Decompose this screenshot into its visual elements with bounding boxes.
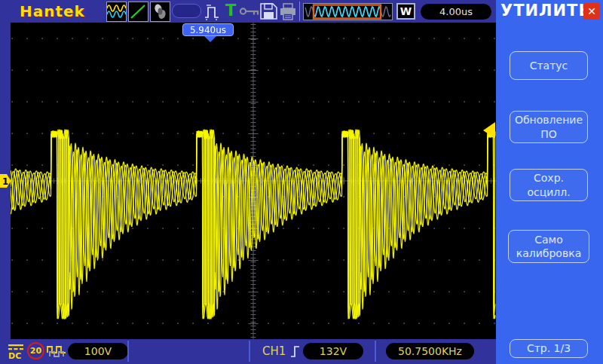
snapshot-icon[interactable] (150, 2, 170, 22)
empty-slot-indicator (172, 4, 201, 18)
timebase-pill: 4.00us (421, 4, 491, 20)
trigger-type-t-icon[interactable]: T (225, 2, 236, 20)
top-toolbar: Hantek T (0, 0, 496, 23)
menu-title: УТИЛИТЫ (500, 2, 595, 20)
close-icon: ✕ (587, 5, 596, 17)
floppy-glyph (259, 2, 278, 20)
button-self-calibration[interactable]: Само калибровка (508, 230, 589, 263)
channel1-marker-glyph: 1 (0, 173, 11, 188)
dc-coupling-glyph: DC (7, 342, 25, 361)
channel1-marker[interactable]: 1 (0, 173, 11, 191)
draw-line-icon[interactable] (128, 2, 148, 22)
channels-waveform-icon[interactable] (106, 2, 127, 22)
coupling-dc-icon: DC (7, 342, 25, 364)
key-lock-icon[interactable] (239, 5, 260, 21)
statusbar-separator (249, 341, 250, 362)
button-status[interactable]: Статус (510, 51, 588, 80)
draw-line-glyph (129, 2, 148, 21)
page-button[interactable]: Стр. 1/3 (510, 339, 588, 358)
rising-edge-glyph (289, 342, 302, 360)
pulse-icon[interactable] (203, 2, 222, 25)
trigger-level-marker[interactable] (482, 121, 496, 142)
channel-label: CH1 (262, 344, 286, 358)
trigger-position-label[interactable]: 5.940us (182, 23, 234, 36)
svg-text:1: 1 (2, 176, 8, 187)
bandwidth-limit-badge: 20 (27, 342, 44, 359)
trigger-position-pointer[interactable] (204, 36, 216, 42)
key-glyph (239, 5, 260, 18)
brand-logo: Hantek (20, 2, 85, 20)
printer-glyph (279, 3, 297, 20)
toolbar-separator (299, 2, 300, 21)
statusbar-separator (127, 341, 129, 362)
statusbar-separator (375, 341, 376, 362)
save-icon[interactable] (259, 2, 278, 23)
trigger-edge-icon (289, 342, 302, 363)
svg-text:DC: DC (8, 351, 21, 361)
utilities-menu: УТИЛИТЫ ✕ Статус Обновление ПО Сохр. осц… (496, 0, 603, 364)
button-save-waveform[interactable]: Сохр. осцилл. (510, 169, 588, 201)
preview-svg (303, 3, 393, 20)
window-mode-icon[interactable]: W (396, 3, 415, 20)
frequency-pill: 50.7500KHz (386, 343, 474, 359)
trigger-level-pill: 132V (303, 343, 363, 359)
horizontal-position-preview[interactable] (303, 3, 393, 23)
squarewave-glyph (47, 344, 68, 359)
trigger-level-glyph (482, 121, 496, 139)
oscilloscope-screen: Hantek T (0, 0, 603, 364)
print-icon[interactable] (279, 3, 297, 23)
channels-waveform-glyph (107, 2, 126, 21)
waveform-canvas (11, 23, 496, 339)
pulse-glyph (203, 2, 222, 22)
button-firmware-update[interactable]: Обновление ПО (510, 111, 588, 143)
volts-div-pill: 100V (68, 343, 128, 359)
close-button[interactable]: ✕ (583, 3, 600, 20)
snapshot-glyph (151, 2, 170, 21)
status-bar: DC 20 100V CH1 132V 50.7500KHz (0, 339, 496, 364)
squarewave-icon (47, 344, 68, 362)
